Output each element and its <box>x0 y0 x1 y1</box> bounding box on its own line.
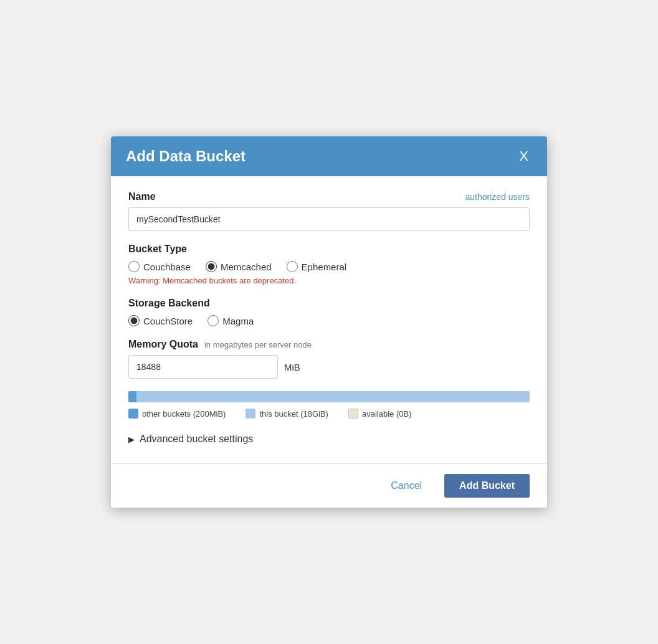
memory-progress-bar <box>128 391 530 402</box>
legend-swatch-other <box>128 409 138 419</box>
advanced-settings-label: Advanced bucket settings <box>140 433 253 445</box>
memory-quota-input[interactable] <box>128 355 278 379</box>
dialog-footer: Cancel Add Bucket <box>111 463 547 508</box>
storage-backend-section: Storage Backend CouchStore Magma <box>128 298 530 326</box>
authorized-users-link[interactable]: authorized users <box>465 192 530 202</box>
memory-quota-title: Memory Quota <box>128 339 198 349</box>
chevron-right-icon: ▶ <box>128 435 135 444</box>
radio-magma-label: Magma <box>222 316 254 326</box>
legend-swatch-available <box>348 409 358 419</box>
legend-this-bucket: this bucket (18GiB) <box>246 409 328 419</box>
name-label: Name <box>128 191 156 202</box>
add-bucket-button[interactable]: Add Bucket <box>444 474 530 498</box>
legend-this-label: this bucket (18GiB) <box>259 409 328 419</box>
radio-memcached-label: Memcached <box>221 262 272 272</box>
radio-couchbase-label: Couchbase <box>143 262 191 272</box>
advanced-settings-toggle[interactable]: ▶ Advanced bucket settings <box>128 430 530 448</box>
memcached-warning: Warning: Memcached buckets are deprecate… <box>128 276 530 285</box>
radio-ephemeral[interactable] <box>287 261 298 272</box>
memory-quota-label: Memory Quota in megabytes per server nod… <box>128 339 312 350</box>
memory-unit-label: MiB <box>284 362 300 372</box>
progress-legend: other buckets (200MiB) this bucket (18Gi… <box>128 409 530 419</box>
radio-ephemeral-label: Ephemeral <box>302 262 347 272</box>
radio-couchbase[interactable] <box>128 261 140 272</box>
legend-other-label: other buckets (200MiB) <box>142 409 226 419</box>
dialog-title: Add Data Bucket <box>126 148 246 165</box>
radio-item-memcached[interactable]: Memcached <box>206 261 272 272</box>
radio-memcached[interactable] <box>206 261 217 272</box>
radio-item-couchstore[interactable]: CouchStore <box>128 315 193 326</box>
bucket-name-input[interactable] <box>128 207 530 231</box>
memory-quota-subtitle: in megabytes per server node <box>204 340 312 349</box>
close-button[interactable]: X <box>515 148 532 164</box>
cancel-button[interactable]: Cancel <box>381 475 432 496</box>
dialog-body: Name authorized users Bucket Type Couchb… <box>111 176 547 463</box>
memory-quota-section: Memory Quota in megabytes per server nod… <box>128 339 530 379</box>
legend-available-label: available (0B) <box>362 409 412 419</box>
memory-quota-label-row: Memory Quota in megabytes per server nod… <box>128 339 530 350</box>
radio-item-magma[interactable]: Magma <box>207 315 254 326</box>
memory-quota-input-row: MiB <box>128 355 530 379</box>
storage-backend-label: Storage Backend <box>128 298 530 309</box>
storage-backend-radio-group: CouchStore Magma <box>128 315 530 326</box>
bucket-type-label: Bucket Type <box>128 244 530 255</box>
name-field-section: Name authorized users <box>128 191 530 231</box>
radio-magma[interactable] <box>207 315 219 326</box>
name-label-row: Name authorized users <box>128 191 530 202</box>
radio-couchstore[interactable] <box>128 315 140 326</box>
add-data-bucket-dialog: Add Data Bucket X Name authorized users … <box>111 136 547 508</box>
legend-other-buckets: other buckets (200MiB) <box>128 409 226 419</box>
radio-item-couchbase[interactable]: Couchbase <box>128 261 191 272</box>
progress-bar-other <box>128 391 136 402</box>
radio-item-ephemeral[interactable]: Ephemeral <box>287 261 347 272</box>
radio-couchstore-label: CouchStore <box>143 316 193 326</box>
bucket-type-section: Bucket Type Couchbase Memcached Ephemera… <box>128 244 530 285</box>
dialog-header: Add Data Bucket X <box>111 136 547 176</box>
legend-swatch-this <box>246 409 255 419</box>
bucket-type-radio-group: Couchbase Memcached Ephemeral <box>128 261 530 272</box>
legend-available: available (0B) <box>348 409 412 419</box>
progress-bar-this <box>136 391 530 402</box>
